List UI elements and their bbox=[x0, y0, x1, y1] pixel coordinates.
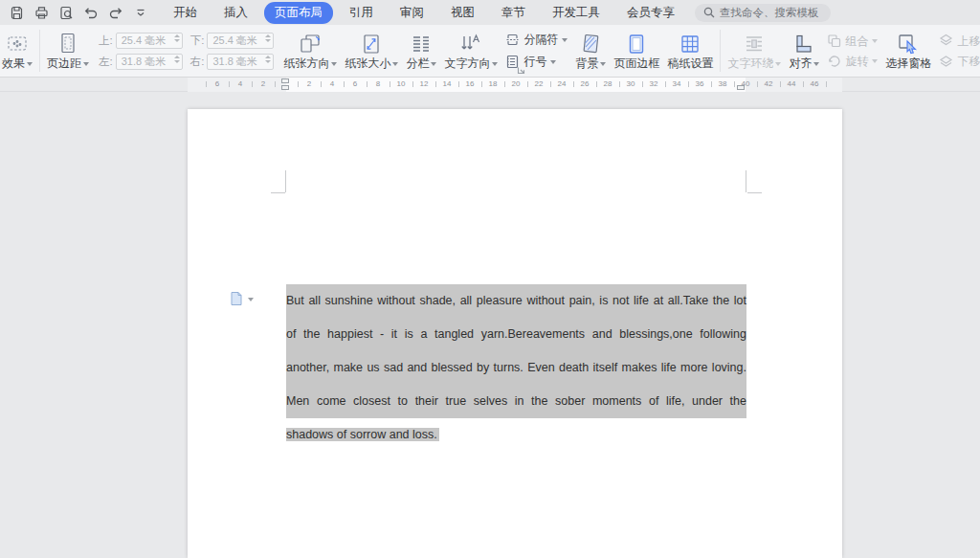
ribbon: 效果 页边距 上: 25.4 毫米 下: 25.4 毫米 左: 31.8 毫米 bbox=[0, 25, 980, 78]
margin-right-field[interactable]: 右: 31.8 毫米 bbox=[190, 54, 275, 70]
text-line[interactable]: shadows of sorrow and loss. bbox=[286, 418, 746, 452]
text-line[interactable]: of the happiest - it is a tangled yarn.B… bbox=[286, 318, 746, 351]
ruler-tick bbox=[619, 81, 620, 87]
ruler-tick bbox=[412, 81, 413, 87]
tab-view[interactable]: 视图 bbox=[440, 2, 485, 24]
ruler-number: 36 bbox=[696, 79, 704, 89]
tab-section[interactable]: 章节 bbox=[491, 2, 536, 24]
ruler-number: 10 bbox=[397, 79, 406, 89]
ruler-number: 18 bbox=[489, 79, 498, 89]
ruler-number: 4 bbox=[238, 79, 242, 89]
rotate-button: 旋转 bbox=[827, 54, 878, 68]
text-direction-button[interactable]: 文字方向 bbox=[440, 27, 501, 75]
bring-forward-icon bbox=[939, 33, 953, 48]
tab-dev-tools[interactable]: 开发工具 bbox=[542, 2, 611, 24]
command-search[interactable]: 查找命令、搜索模板 bbox=[695, 4, 831, 22]
page-border-button[interactable]: 页面边框 bbox=[610, 27, 663, 75]
ruler-tick bbox=[780, 81, 781, 87]
ruler-number: 38 bbox=[719, 79, 727, 89]
tab-review[interactable]: 审阅 bbox=[390, 2, 434, 24]
margin-left-field[interactable]: 左: 31.8 毫米 bbox=[99, 54, 183, 70]
ruler-tick bbox=[665, 81, 666, 87]
ruler-number: 6 bbox=[353, 79, 357, 89]
ruler-number: 32 bbox=[650, 79, 658, 89]
spinner-icon[interactable] bbox=[265, 56, 271, 63]
first-line-indent-marker[interactable] bbox=[281, 78, 289, 83]
align-button[interactable]: 对齐 bbox=[785, 27, 823, 75]
dialog-launcher-icon[interactable] bbox=[517, 66, 525, 75]
background-icon bbox=[581, 32, 600, 56]
ribbon-separator bbox=[39, 30, 40, 72]
background-button[interactable]: 背景 bbox=[571, 27, 610, 75]
ruler-tick bbox=[344, 81, 345, 87]
send-backward-icon bbox=[939, 54, 953, 68]
ruler-tick bbox=[367, 81, 368, 87]
spinner-icon[interactable] bbox=[174, 34, 180, 42]
columns-icon bbox=[411, 32, 432, 56]
page-margins-button[interactable]: 页边距 bbox=[43, 27, 93, 75]
breaks-icon bbox=[505, 33, 520, 47]
tab-member[interactable]: 会员专享 bbox=[616, 2, 685, 24]
toolbar-more-icon[interactable] bbox=[132, 4, 149, 21]
redo-icon[interactable] bbox=[107, 4, 124, 21]
spinner-icon[interactable] bbox=[174, 56, 180, 63]
search-placeholder: 查找命令、搜索模板 bbox=[720, 6, 819, 20]
horizontal-ruler[interactable]: 6422468101214161820222426283032343638404… bbox=[0, 78, 980, 92]
selected-paragraph: But all sunshine without shade, all plea… bbox=[286, 284, 746, 452]
tab-home[interactable]: 开始 bbox=[163, 2, 208, 24]
effects-button[interactable]: 效果 bbox=[0, 27, 36, 75]
rotate-icon bbox=[827, 54, 841, 68]
ruler-number: 12 bbox=[420, 79, 429, 89]
ruler-tick bbox=[573, 81, 574, 87]
ruler-number: 34 bbox=[673, 79, 681, 89]
bring-forward-button: 上移一层 bbox=[939, 33, 980, 48]
grid-paper-button[interactable]: 稿纸设置 bbox=[663, 27, 717, 75]
document-area: But all sunshine without shade, all plea… bbox=[0, 93, 980, 558]
spinner-icon[interactable] bbox=[265, 34, 271, 42]
quick-access-toolbar bbox=[0, 4, 149, 21]
ruler-number: 30 bbox=[627, 79, 635, 89]
line-numbers-button[interactable]: 行号 bbox=[505, 54, 568, 70]
ruler-number: 14 bbox=[443, 79, 452, 89]
undo-icon[interactable] bbox=[82, 4, 100, 21]
ruler-tick bbox=[458, 81, 459, 87]
breaks-button[interactable]: 分隔符 bbox=[505, 32, 568, 48]
group-button: 组合 bbox=[827, 33, 878, 48]
ruler-number: 28 bbox=[604, 79, 612, 89]
print-icon[interactable] bbox=[33, 4, 50, 21]
ruler-number: 16 bbox=[466, 79, 475, 89]
save-icon[interactable] bbox=[8, 4, 25, 21]
text-line[interactable]: another, make us sad and blessed by turn… bbox=[286, 351, 746, 385]
ruler-tick bbox=[275, 81, 276, 87]
ruler-number: 2 bbox=[307, 79, 311, 89]
text-line[interactable]: Men come closest to their true selves in… bbox=[286, 385, 746, 418]
crop-mark-left-v bbox=[285, 170, 286, 192]
tab-insert[interactable]: 插入 bbox=[213, 2, 258, 24]
paste-options-button[interactable] bbox=[230, 291, 254, 306]
text-line[interactable]: But all sunshine without shade, all plea… bbox=[286, 284, 746, 318]
ruler-number: 42 bbox=[765, 79, 773, 89]
margin-top-field[interactable]: 上: 25.4 毫米 bbox=[99, 33, 183, 49]
ruler-number: 2 bbox=[261, 79, 265, 89]
tab-page-layout[interactable]: 页面布局 bbox=[264, 2, 333, 24]
left-indent-marker[interactable] bbox=[281, 85, 289, 90]
ruler-number: 6 bbox=[215, 79, 219, 89]
page-border-icon bbox=[627, 32, 646, 56]
ruler-tick bbox=[711, 81, 712, 87]
ruler-number: 24 bbox=[558, 79, 567, 89]
chevron-down-icon bbox=[248, 298, 254, 301]
selection-pane-button[interactable]: 选择窗格 bbox=[881, 27, 935, 75]
ruler-tick bbox=[734, 81, 735, 87]
ruler-tick bbox=[229, 81, 230, 87]
tab-references[interactable]: 引用 bbox=[339, 2, 384, 24]
ruler-number: 8 bbox=[376, 79, 380, 89]
columns-button[interactable]: 分栏 bbox=[402, 27, 440, 75]
print-preview-icon[interactable] bbox=[57, 4, 75, 21]
paper-orientation-button[interactable]: 纸张方向 bbox=[279, 27, 341, 75]
margin-bottom-field[interactable]: 下: 25.4 毫米 bbox=[190, 33, 275, 49]
paper-size-button[interactable]: 纸张大小 bbox=[341, 27, 402, 75]
ruler-number: 22 bbox=[535, 79, 544, 89]
ruler-tick bbox=[435, 81, 436, 87]
breaks-linenumbers-group: 分隔符 行号 bbox=[501, 27, 571, 75]
paper-orientation-icon bbox=[299, 32, 322, 56]
